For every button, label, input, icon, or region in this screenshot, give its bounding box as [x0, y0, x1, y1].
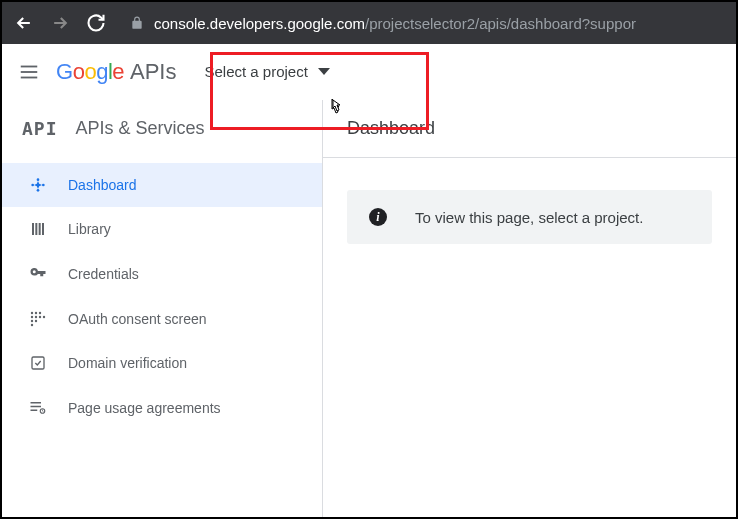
svg-point-18 [31, 320, 33, 322]
svg-point-6 [31, 184, 34, 187]
back-button[interactable] [14, 13, 34, 33]
sidebar-item-oauth-consent[interactable]: OAuth consent screen [2, 297, 322, 341]
info-icon: i [369, 208, 387, 226]
sidebar-item-label: Page usage agreements [68, 400, 221, 416]
content-area: API APIs & Services Dashboard Library [2, 100, 736, 517]
svg-point-4 [42, 184, 45, 187]
svg-point-15 [35, 316, 37, 318]
svg-point-20 [31, 324, 33, 326]
sidebar-header: API APIs & Services [2, 100, 322, 163]
svg-rect-8 [35, 223, 37, 235]
sidebar-item-domain-verification[interactable]: Domain verification [2, 341, 322, 385]
main-content: Dashboard i To view this page, select a … [322, 100, 736, 517]
sidebar-item-label: Dashboard [68, 177, 137, 193]
agreements-icon [28, 399, 48, 417]
api-badge-icon: API [22, 118, 58, 139]
svg-rect-24 [31, 410, 38, 412]
key-icon [28, 265, 48, 283]
sidebar-item-label: Credentials [68, 266, 139, 282]
svg-point-12 [35, 312, 37, 314]
svg-point-19 [35, 320, 37, 322]
verified-icon [28, 355, 48, 371]
svg-point-16 [39, 316, 41, 318]
svg-rect-21 [32, 357, 44, 369]
page-title: Dashboard [323, 100, 736, 158]
consent-screen-icon [28, 311, 48, 327]
svg-point-17 [43, 316, 45, 318]
info-banner-text: To view this page, select a project. [415, 209, 643, 226]
url-text: console.developers.google.com/projectsel… [154, 15, 636, 32]
sidebar-nav-list: Dashboard Library Credentials OAuth cons… [2, 163, 322, 431]
reload-button[interactable] [86, 13, 106, 33]
info-banner: i To view this page, select a project. [347, 190, 712, 244]
lock-icon [130, 16, 144, 30]
project-selector-button[interactable]: Select a project [192, 57, 341, 86]
hamburger-menu-icon[interactable] [18, 61, 40, 83]
svg-point-3 [37, 178, 40, 181]
sidebar-item-credentials[interactable]: Credentials [2, 251, 322, 297]
address-bar[interactable]: console.developers.google.com/projectsel… [122, 15, 724, 32]
svg-rect-10 [42, 223, 44, 235]
browser-chrome: console.developers.google.com/projectsel… [2, 2, 736, 44]
google-apis-logo[interactable]: Google APIs [56, 59, 176, 85]
sidebar-item-label: Library [68, 221, 111, 237]
chevron-down-icon [318, 68, 330, 75]
sidebar-header-title: APIs & Services [76, 118, 205, 139]
svg-point-14 [31, 316, 33, 318]
svg-rect-7 [32, 223, 34, 235]
sidebar: API APIs & Services Dashboard Library [2, 100, 322, 517]
project-selector-label: Select a project [204, 63, 307, 80]
svg-rect-22 [31, 402, 42, 404]
library-icon [28, 221, 48, 237]
dashboard-icon [28, 177, 48, 193]
svg-rect-9 [39, 223, 41, 235]
svg-point-5 [37, 189, 40, 192]
sidebar-item-dashboard[interactable]: Dashboard [2, 163, 322, 207]
top-bar: Google APIs Select a project [2, 44, 736, 100]
forward-button[interactable] [50, 13, 70, 33]
svg-point-13 [39, 312, 41, 314]
svg-rect-23 [31, 406, 42, 408]
svg-point-11 [31, 312, 33, 314]
sidebar-item-page-usage-agreements[interactable]: Page usage agreements [2, 385, 322, 431]
sidebar-item-label: Domain verification [68, 355, 187, 371]
sidebar-item-library[interactable]: Library [2, 207, 322, 251]
sidebar-item-label: OAuth consent screen [68, 311, 207, 327]
